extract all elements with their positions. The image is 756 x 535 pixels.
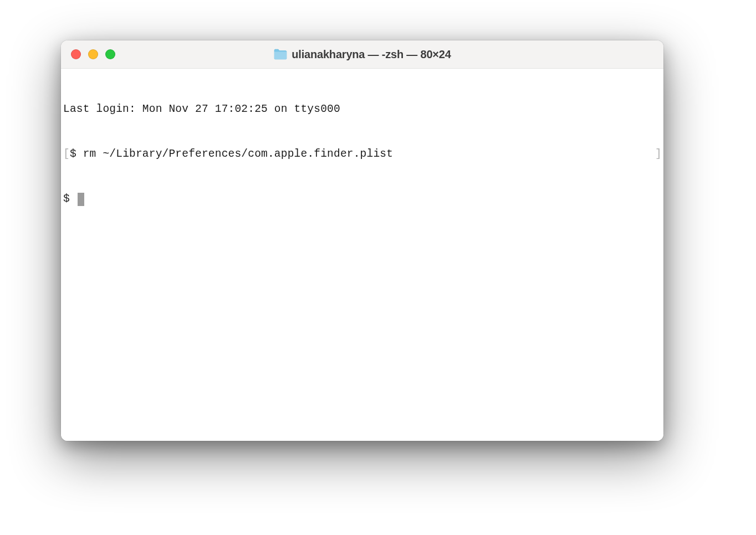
- zoom-button[interactable]: [105, 49, 115, 59]
- folder-icon: [273, 48, 288, 60]
- prompt-symbol: $: [63, 192, 76, 207]
- minimize-button[interactable]: [88, 49, 98, 59]
- terminal-content[interactable]: Last login: Mon Nov 27 17:02:25 on ttys0…: [61, 69, 663, 441]
- close-button[interactable]: [71, 49, 81, 59]
- cursor-icon: [78, 193, 84, 206]
- titlebar[interactable]: ulianakharyna — -zsh — 80×24: [61, 40, 663, 69]
- terminal-window: ulianakharyna — -zsh — 80×24 Last login:…: [61, 40, 663, 441]
- command-text: rm ~/Library/Preferences/com.apple.finde…: [83, 148, 393, 160]
- command-line-1: [$ rm ~/Library/Preferences/com.apple.fi…: [63, 147, 662, 162]
- window-title: ulianakharyna — -zsh — 80×24: [292, 48, 451, 61]
- prompt-symbol: $: [70, 148, 83, 160]
- command-line-2: $: [63, 192, 662, 207]
- bracket-right: ]: [655, 147, 662, 162]
- last-login-line: Last login: Mon Nov 27 17:02:25 on ttys0…: [63, 102, 662, 117]
- traffic-lights: [61, 49, 115, 59]
- bracket-left: [: [63, 148, 70, 160]
- title-container: ulianakharyna — -zsh — 80×24: [61, 48, 663, 61]
